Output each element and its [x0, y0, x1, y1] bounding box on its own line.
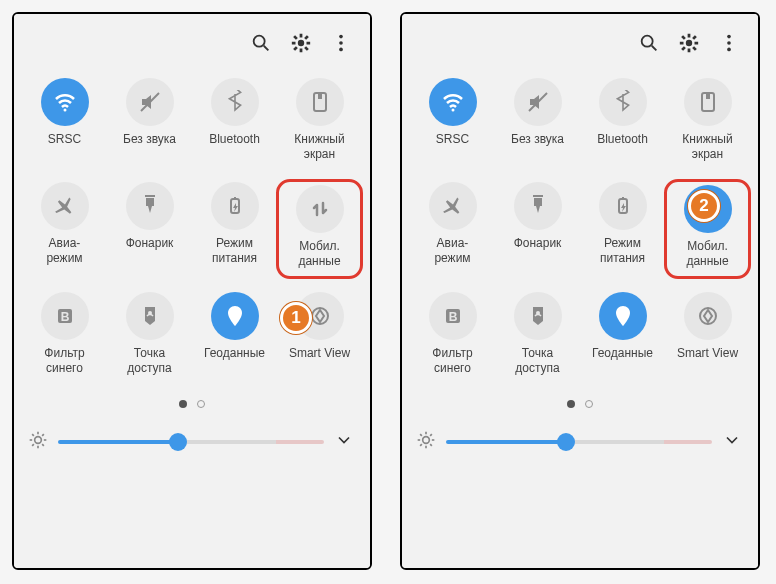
tile-mute[interactable]: Без звука: [107, 72, 192, 172]
tile-label: Фильтр синего: [44, 346, 84, 376]
tile-flashlight[interactable]: Фонарик: [495, 176, 580, 282]
flashlight-icon: [126, 182, 174, 230]
more-icon[interactable]: [330, 32, 352, 58]
tile-label: Smart View: [677, 346, 738, 376]
chevron-down-icon[interactable]: [722, 430, 742, 454]
bluetooth-icon: [211, 78, 259, 126]
tile-wifi[interactable]: SRSC: [410, 72, 495, 172]
tile-label: Книжный экран: [682, 132, 732, 162]
tile-label: Мобил. данные: [298, 239, 340, 269]
tile-book[interactable]: Книжный экран: [665, 72, 750, 172]
tile-label: SRSC: [48, 132, 81, 162]
tile-label: Авиа- режим: [434, 236, 470, 266]
page-indicator[interactable]: [14, 386, 370, 416]
tile-label: Геоданные: [204, 346, 265, 376]
brightness-icon: [416, 430, 436, 454]
search-icon[interactable]: [250, 32, 272, 58]
tile-label: Режим питания: [600, 236, 645, 266]
quick-settings-grid: SRSC Без звука Bluetooth Книжный экран А…: [14, 68, 370, 386]
brightness-slider[interactable]: [58, 440, 324, 444]
tile-wifi[interactable]: SRSC: [22, 72, 107, 172]
dot-1: [567, 400, 575, 408]
gear-icon[interactable]: [290, 32, 312, 58]
tile-location[interactable]: Геоданные: [580, 286, 665, 386]
airplane-icon: [41, 182, 89, 230]
tile-mute[interactable]: Без звука: [495, 72, 580, 172]
dot-2: [585, 400, 593, 408]
tile-label: Без звука: [123, 132, 176, 162]
brightness-icon: [28, 430, 48, 454]
screenshot-1: SRSC Без звука Bluetooth Книжный экран А…: [12, 12, 372, 570]
dot-1: [179, 400, 187, 408]
tile-label: Режим питания: [212, 236, 257, 266]
airplane-icon: [429, 182, 477, 230]
search-icon[interactable]: [638, 32, 660, 58]
tile-bluefilter[interactable]: Фильтр синего: [410, 286, 495, 386]
wifi-icon: [429, 78, 477, 126]
dot-2: [197, 400, 205, 408]
tile-label: Smart View: [289, 346, 350, 376]
tile-label: Точка доступа: [127, 346, 171, 376]
smartview-icon: [684, 292, 732, 340]
tile-label: Фонарик: [126, 236, 174, 266]
slider-thumb[interactable]: [557, 433, 575, 451]
bluefilter-icon: [41, 292, 89, 340]
callout-badge-1: 1: [280, 302, 312, 334]
mute-icon: [126, 78, 174, 126]
toolbar: [402, 14, 758, 68]
more-icon[interactable]: [718, 32, 740, 58]
power-icon: [599, 182, 647, 230]
chevron-down-icon[interactable]: [334, 430, 354, 454]
location-icon: [599, 292, 647, 340]
tile-smartview[interactable]: Smart View: [277, 286, 362, 386]
tile-bluefilter[interactable]: Фильтр синего: [22, 286, 107, 386]
tile-label: Мобил. данные: [686, 239, 728, 269]
tile-book[interactable]: Книжный экран: [277, 72, 362, 172]
slider-thumb[interactable]: [169, 433, 187, 451]
tile-label: Авиа- режим: [46, 236, 82, 266]
tile-bluetooth[interactable]: Bluetooth: [192, 72, 277, 172]
tile-label: SRSC: [436, 132, 469, 162]
tile-bluetooth[interactable]: Bluetooth: [580, 72, 665, 172]
wifi-icon: [41, 78, 89, 126]
power-icon: [211, 182, 259, 230]
flashlight-icon: [514, 182, 562, 230]
bluefilter-icon: [429, 292, 477, 340]
gear-icon[interactable]: [678, 32, 700, 58]
tile-airplane[interactable]: Авиа- режим: [22, 176, 107, 282]
book-icon: [684, 78, 732, 126]
hotspot-icon: [126, 292, 174, 340]
book-icon: [296, 78, 344, 126]
tile-label: Книжный экран: [294, 132, 344, 162]
tile-label: Bluetooth: [597, 132, 648, 162]
quick-settings-grid: SRSC Без звука Bluetooth Книжный экран А…: [402, 68, 758, 386]
tile-location[interactable]: Геоданные: [192, 286, 277, 386]
brightness-slider[interactable]: [446, 440, 712, 444]
mute-icon: [514, 78, 562, 126]
tile-hotspot[interactable]: Точка доступа: [495, 286, 580, 386]
tile-flashlight[interactable]: Фонарик: [107, 176, 192, 282]
tile-label: Фонарик: [514, 236, 562, 266]
toolbar: [14, 14, 370, 68]
brightness-row: [402, 416, 758, 468]
callout-badge-2: 2: [688, 190, 720, 222]
hotspot-icon: [514, 292, 562, 340]
tile-label: Точка доступа: [515, 346, 559, 376]
tile-smartview[interactable]: Smart View: [665, 286, 750, 386]
location-icon: [211, 292, 259, 340]
tile-label: Фильтр синего: [432, 346, 472, 376]
page-indicator[interactable]: [402, 386, 758, 416]
tile-label: Bluetooth: [209, 132, 260, 162]
brightness-row: [14, 416, 370, 468]
tile-label: Без звука: [511, 132, 564, 162]
tile-label: Геоданные: [592, 346, 653, 376]
bluetooth-icon: [599, 78, 647, 126]
tile-airplane[interactable]: Авиа- режим: [410, 176, 495, 282]
tile-power[interactable]: Режим питания: [192, 176, 277, 282]
mobiledata-icon: [296, 185, 344, 233]
tile-mobiledata[interactable]: Мобил. данные: [276, 179, 363, 279]
tile-hotspot[interactable]: Точка доступа: [107, 286, 192, 386]
tile-power[interactable]: Режим питания: [580, 176, 665, 282]
screenshot-2: SRSC Без звука Bluetooth Книжный экран А…: [400, 12, 760, 570]
